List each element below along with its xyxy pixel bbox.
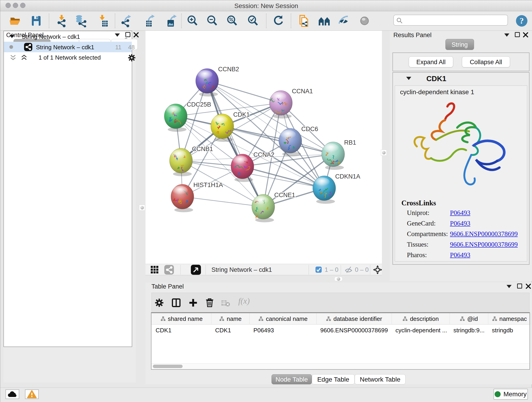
export-network-icon[interactable]	[120, 14, 133, 27]
column-header-canonical-name[interactable]: canonical name	[250, 313, 317, 325]
gear-icon[interactable]	[127, 53, 136, 62]
graph-node-RB1[interactable]: RB1	[322, 139, 356, 170]
crosslink-label: Uniprot:	[407, 209, 429, 217]
table-cell[interactable]: stringdb:9...	[450, 325, 488, 336]
right-splitter-handle[interactable]	[381, 150, 387, 156]
import-network-file-icon[interactable]	[56, 14, 69, 27]
crosslink-link[interactable]: P06493	[450, 220, 470, 227]
crosslink-link[interactable]: P06493	[450, 209, 470, 217]
tab-network-table[interactable]: Network Table	[355, 374, 405, 384]
network-share-icon	[24, 43, 32, 51]
panel-menu-caret-icon[interactable]	[507, 285, 512, 288]
column-header-@id[interactable]: @id	[450, 313, 488, 325]
results-actions-box: Expand All Collapse All	[393, 52, 530, 71]
share-view-icon[interactable]	[164, 265, 174, 274]
bottom-splitter-handle[interactable]	[334, 277, 342, 281]
delete-table-icon[interactable]	[221, 298, 230, 307]
search-input[interactable]	[405, 16, 506, 25]
warnings-button[interactable]	[25, 389, 39, 399]
cloud-button[interactable]	[6, 389, 19, 399]
import-table-icon[interactable]	[96, 14, 109, 27]
table-header-row: shared namenamecanonical namedatabase id…	[152, 313, 530, 325]
network-row[interactable]: String Network – cdk1 11 48	[4, 42, 132, 52]
export-table-icon[interactable]	[144, 14, 157, 27]
graph-edge-CCNE1-HIST1H1A[interactable]	[182, 197, 263, 207]
tab-node-table[interactable]: Node Table	[272, 374, 312, 384]
panel-close-icon[interactable]	[133, 32, 139, 38]
memory-button[interactable]: Memory	[494, 389, 528, 400]
node-count: 11	[115, 44, 121, 51]
table-cell[interactable]: cyclin-dependent ...	[392, 325, 450, 336]
eye-icon[interactable]	[358, 14, 371, 27]
string-document-icon[interactable]	[298, 14, 311, 27]
help-icon[interactable]: ?	[515, 14, 528, 27]
panel-close-icon[interactable]	[523, 32, 529, 38]
zoom-in-icon[interactable]	[186, 14, 199, 27]
tree-expander-icon[interactable]	[9, 35, 14, 38]
refresh-icon[interactable]	[272, 14, 285, 27]
crosslinks-list: Uniprot:P06493GeneCard:P06493Compartment…	[395, 209, 527, 262]
graph-node-CCNA1[interactable]: CCNA1	[269, 88, 313, 119]
selected-checkbox-icon[interactable]	[316, 267, 322, 273]
tab-string[interactable]: String	[445, 39, 474, 50]
column-header-namespac[interactable]: namespac	[488, 313, 531, 325]
trash-icon[interactable]	[204, 298, 215, 308]
column-header-shared-name[interactable]: shared name	[152, 313, 211, 325]
collection-count: 1	[124, 33, 128, 40]
table-cell[interactable]: stringdb	[488, 325, 531, 336]
left-splitter-handle[interactable]	[139, 205, 145, 211]
zoom-fit-icon[interactable]	[226, 14, 239, 27]
column-label: canonical name	[266, 315, 307, 322]
save-session-icon[interactable]	[30, 14, 43, 27]
graph-node-HIST1H1A[interactable]: HIST1H1A	[171, 182, 223, 212]
import-network-database-icon[interactable]	[75, 14, 88, 27]
column-header-description[interactable]: description	[392, 313, 450, 325]
table-cell[interactable]: CDK1	[152, 325, 211, 336]
gear-icon[interactable]	[154, 298, 165, 308]
open-session-icon[interactable]	[9, 14, 22, 27]
crosslink-link[interactable]: 9606.ENSP00000378699	[450, 241, 518, 248]
collapse-all-button[interactable]: Collapse All	[462, 56, 510, 67]
table-cell[interactable]: CDK1	[211, 325, 250, 336]
graph-node-CCNB2[interactable]: CCNB2	[196, 66, 239, 96]
grid-view-icon[interactable]	[151, 266, 159, 274]
entry-collapse-caret-icon[interactable]	[406, 77, 411, 80]
crosslink-link[interactable]: 9606.ENSP00000378699	[450, 230, 518, 238]
show-hide-icon[interactable]	[337, 14, 350, 27]
window-title: Session: New Session	[0, 2, 532, 10]
network-canvas[interactable]: CCNB2CCNA1CDC25BCDK1CDC6RB1CCNB1CCNA2CDK…	[146, 31, 382, 264]
graph-node-CCNE1[interactable]: CCNE1	[252, 191, 295, 222]
graph-node-CDC25B[interactable]: CDC25B	[164, 101, 211, 132]
table-cell[interactable]: P06493	[250, 325, 317, 336]
panel-float-icon[interactable]	[517, 283, 522, 288]
node-label-CDK1: CDK1	[233, 111, 250, 118]
add-column-icon[interactable]	[188, 298, 198, 308]
column-header-database-identifier[interactable]: database identifier	[317, 313, 392, 325]
zoom-out-icon[interactable]	[206, 14, 219, 27]
panel-close-icon[interactable]	[525, 283, 531, 289]
tab-edge-table[interactable]: Edge Table	[312, 374, 355, 384]
expand-all-button[interactable]: Expand All	[409, 56, 453, 67]
node-table: shared namenamecanonical namedatabase id…	[151, 313, 530, 370]
control-panel: Control Panel NetworkStyleSelectSets 1 o…	[3, 31, 136, 383]
hidden-eye-icon[interactable]	[344, 266, 353, 274]
birdseye-icon[interactable]	[191, 265, 201, 275]
scrollbar-thumb[interactable]	[153, 365, 183, 368]
columns-icon[interactable]	[171, 298, 181, 308]
status-bar: Memory	[0, 388, 532, 402]
crosslink-link[interactable]: P06493	[450, 251, 470, 259]
network-collection-row[interactable]: String Network – cdk1 1	[4, 31, 132, 42]
toolbar-separator	[115, 13, 115, 28]
panel-float-icon[interactable]	[515, 32, 520, 37]
edge-count: 48	[128, 44, 135, 51]
export-image-icon[interactable]	[166, 14, 178, 27]
table-cell[interactable]: 9606.ENSP00000378699	[317, 325, 392, 336]
graph-node-CCNB1[interactable]: CCNB1	[170, 146, 213, 176]
zoom-selected-icon[interactable]	[247, 14, 260, 27]
panel-menu-caret-icon[interactable]	[504, 33, 509, 37]
column-header-name[interactable]: name	[211, 313, 250, 325]
first-neighbors-icon[interactable]	[318, 14, 331, 27]
node-label-HIST1H1A: HIST1H1A	[193, 182, 223, 188]
move-target-icon[interactable]	[373, 265, 382, 274]
graph-node-CDKN1A[interactable]: CDKN1A	[313, 173, 360, 204]
